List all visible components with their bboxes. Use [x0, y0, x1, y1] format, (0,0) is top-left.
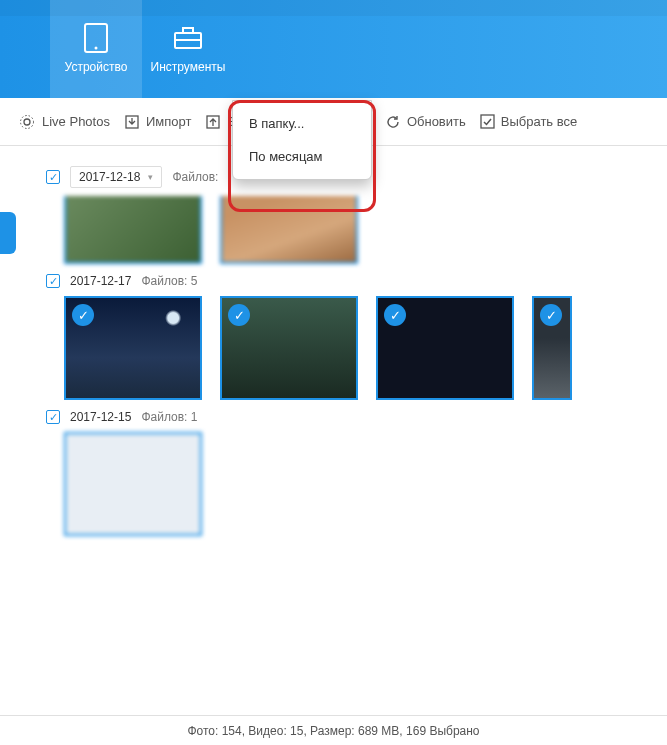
files-count: Файлов:	[172, 170, 218, 184]
svg-point-1	[95, 47, 98, 50]
group-checkbox[interactable]	[46, 410, 60, 424]
svg-rect-3	[183, 28, 193, 33]
toolbox-icon	[171, 24, 205, 52]
import-button[interactable]: Импорт	[124, 114, 191, 130]
selectall-button[interactable]: Выбрать все	[480, 114, 577, 129]
svg-point-5	[24, 119, 30, 125]
refresh-button[interactable]: Обновить	[385, 114, 466, 130]
export-by-month-item[interactable]: По месяцам	[233, 140, 371, 173]
export-icon	[205, 114, 221, 130]
photo-thumbnail[interactable]	[532, 296, 572, 400]
tablet-icon	[79, 24, 113, 52]
selected-badge	[384, 304, 406, 326]
photo-thumbnail[interactable]	[376, 296, 514, 400]
import-icon	[124, 114, 140, 130]
selected-badge	[72, 304, 94, 326]
photo-thumbnail[interactable]	[64, 196, 202, 264]
photo-thumbnail[interactable]	[64, 296, 202, 400]
photo-thumbnail[interactable]	[220, 296, 358, 400]
group-header: 2017-12-17 Файлов: 5	[46, 274, 621, 288]
chevron-down-icon: ▾	[148, 172, 153, 182]
date-dropdown[interactable]: 2017-12-18 ▾	[70, 166, 162, 188]
photo-thumbnail[interactable]	[64, 432, 202, 536]
group-date: 2017-12-17	[70, 274, 131, 288]
files-count: Файлов: 1	[141, 410, 197, 424]
export-dropdown-menu: В папку... По месяцам	[232, 100, 372, 180]
export-to-folder-item[interactable]: В папку...	[233, 107, 371, 140]
content-area: 2017-12-18 ▾ Файлов: 2017-12-17 Файлов: …	[0, 146, 667, 715]
tab-device-label: Устройство	[65, 60, 128, 74]
livephotos-icon	[18, 113, 36, 131]
checkbox-icon	[480, 114, 495, 129]
refresh-icon	[385, 114, 401, 130]
top-navbar: Устройство Инструменты	[0, 0, 667, 98]
group-date: 2017-12-15	[70, 410, 131, 424]
files-count: Файлов: 5	[141, 274, 197, 288]
svg-point-6	[21, 115, 34, 128]
photo-thumbnail[interactable]	[220, 196, 358, 264]
tab-tools-label: Инструменты	[151, 60, 226, 74]
status-bar: Фото: 154, Видео: 15, Размер: 689 MB, 16…	[0, 715, 667, 745]
selected-badge	[228, 304, 250, 326]
selected-badge	[540, 304, 562, 326]
svg-rect-9	[481, 115, 494, 128]
livephotos-button[interactable]: Live Photos	[18, 113, 110, 131]
group-checkbox[interactable]	[46, 274, 60, 288]
group-header: 2017-12-15 Файлов: 1	[46, 410, 621, 424]
status-text: Фото: 154, Видео: 15, Размер: 689 MB, 16…	[187, 724, 479, 738]
window-titlebar	[0, 0, 667, 16]
group-checkbox[interactable]	[46, 170, 60, 184]
